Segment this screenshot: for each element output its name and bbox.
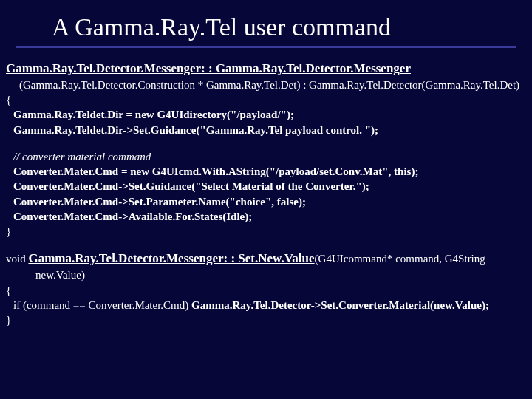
setnewvalue-signature: void Gamma.Ray.Tel.Detector.Messenger: :… [6,250,526,267]
code-line: Gamma.Ray.Teldet.Dir = new G4UIdirectory… [6,107,526,122]
brace-open: { [6,92,526,107]
setnewvalue-args-cont: new.Value) [6,267,526,282]
constructor-signature: Gamma.Ray.Tel.Detector.Messenger: : Gamm… [6,61,411,75]
slide-title: A Gamma.Ray.Tel user command [52,13,532,41]
code-line: Converter.Mater.Cmd->Set.Guidance("Selec… [6,179,526,194]
title-underline-thick [16,46,516,48]
code-line: Converter.Mater.Cmd = new G4UIcmd.With.A… [6,164,526,179]
code-content: Gamma.Ray.Tel.Detector.Messenger: : Gamm… [0,61,532,327]
code-line: Converter.Mater.Cmd->Available.For.State… [6,209,526,224]
title-underline-thin [16,50,516,50]
brace-open: { [6,283,526,298]
code-line: if (command == Converter.Mater.Cmd) Gamm… [6,298,526,313]
code-line: Gamma.Ray.Teldet.Dir->Set.Guidance("Gamm… [6,123,526,137]
constructor-args: (Gamma.Ray.Tel.Detector.Construction * G… [6,78,526,92]
code-comment: // converter material command [6,149,526,164]
brace-close: } [6,313,526,327]
brace-close: } [6,224,526,239]
code-line: Converter.Mater.Cmd->Set.Parameter.Name(… [6,194,526,209]
